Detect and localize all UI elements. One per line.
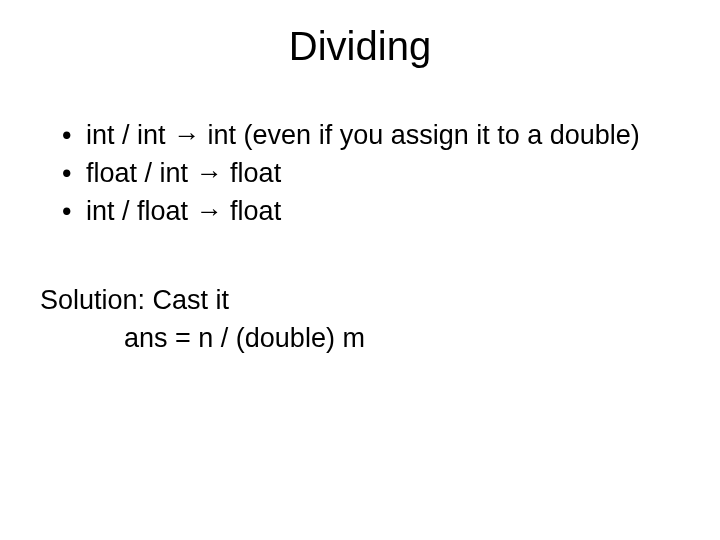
bullet-left: int / float — [86, 196, 188, 226]
slide-content: int / int → int (even if you assign it t… — [40, 117, 680, 358]
slide-container: Dividing int / int → int (even if you as… — [0, 0, 720, 540]
solution-code: ans = n / (double) m — [40, 320, 680, 358]
bullet-right: float — [230, 158, 281, 188]
bullet-right: int (even if you assign it to a double) — [208, 120, 640, 150]
bullet-item: int / int → int (even if you assign it t… — [62, 117, 680, 155]
bullet-left: int / int — [86, 120, 166, 150]
slide-title: Dividing — [40, 24, 680, 69]
bullet-item: int / float → float — [62, 193, 680, 231]
arrow-icon: → — [196, 196, 223, 226]
solution-label: Solution: Cast it — [40, 282, 680, 320]
bullet-item: float / int → float — [62, 155, 680, 193]
bullet-list: int / int → int (even if you assign it t… — [40, 117, 680, 230]
arrow-icon: → — [173, 120, 200, 150]
bullet-right: float — [230, 196, 281, 226]
arrow-icon: → — [196, 158, 223, 188]
bullet-left: float / int — [86, 158, 188, 188]
